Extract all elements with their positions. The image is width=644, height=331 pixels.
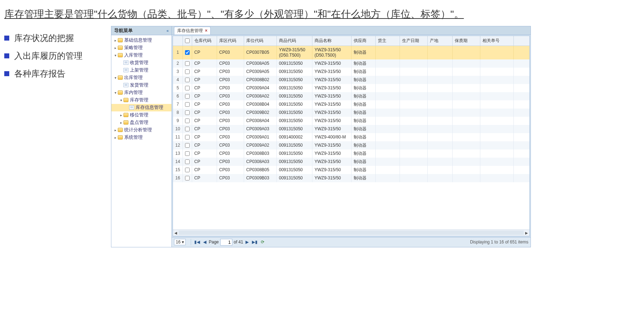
nav-item-盘点管理[interactable]: ▸盘点管理 [111, 119, 171, 126]
col-checkbox[interactable] [183, 36, 192, 46]
nav-item-策略管理[interactable]: ▸策略管理 [111, 44, 171, 52]
row-checkbox-cell[interactable] [183, 100, 192, 109]
row-checkbox-cell[interactable] [183, 109, 192, 117]
nav-collapse-icon[interactable]: « [167, 28, 169, 33]
nav-item-库存管理[interactable]: ▾库存管理 [111, 96, 171, 104]
row-checkbox-cell[interactable] [183, 166, 192, 174]
table-row[interactable]: 11CPCP03CP0309A010091400002YWZ9-400/80-M… [173, 133, 529, 141]
grid-body[interactable]: 1CPCP03CP0307B05YWZ9-315/50 (D50.T500)YW… [173, 46, 529, 230]
row-checkbox[interactable] [185, 151, 190, 156]
nav-item-入库管理[interactable]: ▾入库管理 [111, 52, 171, 59]
row-checkbox-cell[interactable] [183, 59, 192, 68]
tree-expand-icon[interactable]: ▾ [114, 76, 117, 80]
col-header[interactable]: 库区代码 [217, 36, 244, 46]
nav-item-基础信息管理[interactable]: ▸基础信息管理 [111, 37, 171, 44]
col-header[interactable]: 商品名称 [312, 36, 352, 46]
row-checkbox-cell[interactable] [183, 141, 192, 149]
row-checkbox-cell[interactable] [183, 149, 192, 158]
table-row[interactable]: 14CPCP03CP0308A030091315050YWZ9-315/50制动… [173, 158, 529, 166]
nav-item-库存信息管理[interactable]: 库存信息管理 [111, 104, 171, 111]
row-checkbox[interactable] [185, 176, 190, 180]
row-checkbox-cell[interactable] [183, 46, 192, 59]
pager-last-icon[interactable]: ▶▮ [252, 239, 258, 245]
tree-expand-icon[interactable]: ▸ [114, 128, 117, 132]
row-checkbox[interactable] [185, 61, 190, 66]
nav-item-上架管理[interactable]: 上架管理 [111, 67, 171, 74]
table-row[interactable]: 6CPCP03CP0308A020091315050YWZ9-315/50制动器 [173, 92, 529, 100]
col-header[interactable]: 供应商 [352, 36, 376, 46]
table-row[interactable]: 13CPCP03CP0308B030091315050YWZ9-315/50制动… [173, 149, 529, 158]
scroll-right-icon[interactable]: ▶ [524, 231, 529, 235]
col-header[interactable]: 相关单号 [480, 36, 514, 46]
tree-expand-icon[interactable]: ▾ [114, 91, 117, 95]
tree-expand-icon[interactable]: ▸ [119, 113, 123, 117]
pager-page-input[interactable] [220, 239, 232, 246]
row-checkbox[interactable] [185, 69, 190, 74]
nav-item-库内管理[interactable]: ▾库内管理 [111, 89, 171, 96]
tree-expand-icon[interactable]: ▾ [119, 98, 123, 102]
table-row[interactable]: 1CPCP03CP0307B05YWZ9-315/50 (D50.T500)YW… [173, 46, 529, 59]
pager-prev-icon[interactable]: ◀ [202, 239, 208, 245]
col-header[interactable]: 仓库代码 [192, 36, 217, 46]
table-row[interactable]: 9CPCP03CP0308A040091315050YWZ9-315/50制动器 [173, 117, 529, 125]
row-checkbox[interactable] [185, 110, 190, 115]
row-checkbox[interactable] [185, 94, 190, 99]
table-row[interactable]: 8CPCP03CP0309B020091315050YWZ9-315/50制动器 [173, 109, 529, 117]
row-checkbox-cell[interactable] [183, 158, 192, 166]
col-header[interactable]: 产地 [428, 36, 453, 46]
col-header[interactable]: 生产日期 [400, 36, 428, 46]
nav-item-统计分析管理[interactable]: ▸统计分析管理 [111, 126, 171, 134]
row-checkbox-cell[interactable] [183, 68, 192, 76]
row-checkbox[interactable] [185, 135, 190, 140]
grid-horizontal-scrollbar[interactable]: ◀ ▶ [173, 230, 529, 236]
tree-expand-icon[interactable]: ▸ [114, 46, 117, 50]
table-row[interactable]: 4CPCP03CP0308B020091315050YWZ9-315/50制动器 [173, 76, 529, 84]
row-checkbox-cell[interactable] [183, 84, 192, 92]
nav-item-移位管理[interactable]: ▸移位管理 [111, 111, 171, 119]
nav-item-出库管理[interactable]: ▾出库管理 [111, 74, 171, 82]
table-row[interactable]: 7CPCP03CP0308B040091315050YWZ9-315/50制动器 [173, 100, 529, 109]
row-checkbox[interactable] [185, 127, 190, 131]
scroll-track[interactable] [179, 231, 524, 235]
col-header[interactable]: 货主 [376, 36, 400, 46]
row-checkbox-cell[interactable] [183, 92, 192, 100]
tree-expand-icon[interactable]: ▸ [114, 38, 117, 42]
pager-first-icon[interactable]: ▮◀ [194, 239, 200, 245]
col-header[interactable]: 库位代码 [244, 36, 277, 46]
nav-item-系统管理[interactable]: ▸系统管理 [111, 134, 171, 141]
row-checkbox-cell[interactable] [183, 76, 192, 84]
row-checkbox[interactable] [185, 102, 190, 107]
nav-item-发货管理[interactable]: 发货管理 [111, 82, 171, 89]
row-checkbox-cell[interactable] [183, 117, 192, 125]
row-checkbox-cell[interactable] [183, 174, 192, 182]
row-checkbox[interactable] [185, 168, 190, 172]
table-row[interactable]: 10CPCP03CP0309A030091315050YWZ9-315/50制动… [173, 125, 529, 133]
col-header[interactable]: 保质期 [453, 36, 480, 46]
tree-expand-icon[interactable]: ▾ [114, 53, 117, 57]
row-checkbox-cell[interactable] [183, 125, 192, 133]
table-row[interactable]: 2CPCP03CP0308A050091315050YWZ9-315/50制动器 [173, 59, 529, 68]
row-checkbox[interactable] [185, 78, 190, 82]
row-checkbox-cell[interactable] [183, 133, 192, 141]
select-all-checkbox[interactable] [185, 38, 190, 43]
tab-inventory-info[interactable]: 库存信息管理 × [174, 27, 211, 35]
table-row[interactable]: 15CPCP03CP0308B050091315050YWZ9-315/50制动… [173, 166, 529, 174]
tree-expand-icon[interactable]: ▸ [119, 121, 123, 125]
col-header[interactable]: 商品代码 [277, 36, 312, 46]
row-checkbox[interactable] [185, 86, 190, 90]
nav-item-收货管理[interactable]: 收货管理 [111, 59, 171, 67]
table-row[interactable]: 12CPCP03CP0309A020091315050YWZ9-315/50制动… [173, 141, 529, 149]
table-row[interactable]: 3CPCP03CP0309A050091315050YWZ9-315/50制动器 [173, 68, 529, 76]
pager-refresh-icon[interactable]: ⟳ [259, 239, 266, 245]
table-row[interactable]: 5CPCP03CP0309A040091315050YWZ9-315/50制动器 [173, 84, 529, 92]
row-checkbox[interactable] [185, 159, 190, 164]
row-checkbox[interactable] [185, 119, 190, 123]
tab-close-icon[interactable]: × [205, 28, 207, 33]
row-checkbox[interactable] [185, 50, 190, 55]
row-checkbox[interactable] [185, 143, 190, 148]
pager-next-icon[interactable]: ▶ [244, 239, 250, 245]
page-size-select[interactable]: 16 ▾ [174, 239, 186, 245]
table-row[interactable]: 16CPCP03CP0309B030091315050YWZ9-315/50制动… [173, 174, 529, 182]
scroll-left-icon[interactable]: ◀ [173, 231, 179, 235]
tree-expand-icon[interactable]: ▸ [114, 136, 117, 140]
